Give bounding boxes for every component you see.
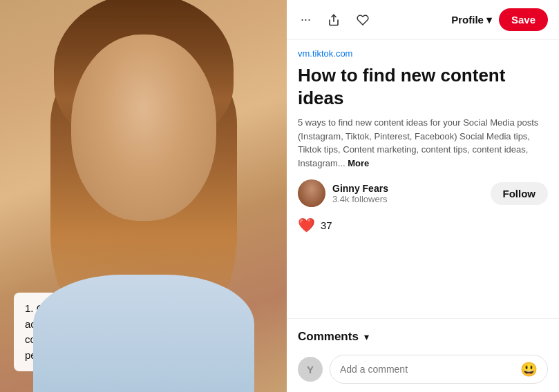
creator-avatar[interactable]	[298, 179, 325, 207]
like-button[interactable]	[354, 11, 372, 29]
share-icon	[328, 14, 340, 26]
more-options-button[interactable]: ···	[298, 10, 314, 30]
comment-input-row: Y 😃	[298, 355, 548, 384]
heart-reaction-icon[interactable]: ❤️	[298, 217, 315, 233]
creator-details: Ginny Fears 3.4k followers	[332, 183, 388, 204]
save-button[interactable]: Save	[499, 8, 548, 31]
body-shape	[33, 275, 254, 392]
comment-input[interactable]	[340, 364, 515, 375]
reaction-count: 37	[321, 219, 332, 231]
source-link[interactable]: vm.tiktok.com	[298, 48, 548, 59]
more-icon: ···	[301, 12, 311, 27]
comment-input-wrap[interactable]: 😃	[330, 355, 548, 384]
top-bar: ··· Profile ▾ Save	[287, 0, 559, 40]
creator-row: Ginny Fears 3.4k followers Follow	[298, 179, 548, 207]
right-panel: ··· Profile ▾ Save v	[287, 0, 559, 392]
creator-info: Ginny Fears 3.4k followers	[298, 179, 388, 207]
comments-header[interactable]: Comments ▾	[298, 330, 548, 344]
creator-followers: 3.4k followers	[332, 194, 388, 204]
pin-description: 5 ways to find new content ideas for you…	[298, 116, 548, 170]
comments-chevron-icon: ▾	[364, 331, 369, 342]
top-bar-left: ···	[298, 10, 372, 30]
avatar-image	[298, 179, 325, 207]
user-avatar: Y	[298, 357, 323, 382]
comments-section: Comments ▾ Y 😃	[287, 319, 559, 392]
more-link[interactable]: More	[348, 158, 369, 168]
comments-label: Comments	[298, 330, 359, 344]
share-button[interactable]	[325, 11, 343, 29]
pin-title: How to find new content ideas	[298, 64, 548, 109]
heart-outline-icon	[357, 14, 369, 26]
profile-button[interactable]: Profile ▾	[451, 14, 492, 26]
video-panel: 1. Go on your competitor's account and c…	[0, 0, 287, 392]
face-shape	[71, 35, 216, 221]
reactions-row: ❤️ 37	[298, 217, 548, 233]
top-bar-right: Profile ▾ Save	[451, 8, 548, 31]
creator-name: Ginny Fears	[332, 183, 388, 194]
content-area: vm.tiktok.com How to find new content id…	[287, 40, 559, 318]
follow-button[interactable]: Follow	[491, 182, 549, 205]
emoji-picker-icon[interactable]: 😃	[520, 361, 538, 378]
